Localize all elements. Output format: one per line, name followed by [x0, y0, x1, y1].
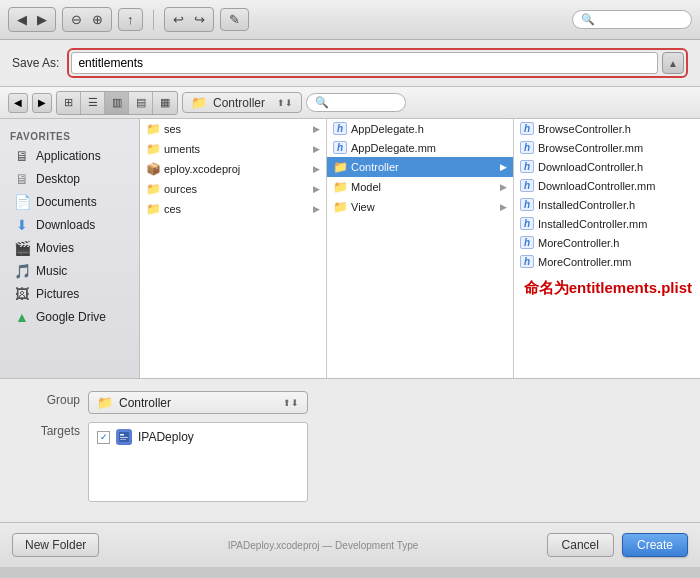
- file-panels: 📁 ses ▶ 📁 uments ▶ 📦 eploy.xcodeproj ▶ 📁…: [140, 119, 700, 378]
- list-item[interactable]: 📁 ources ▶: [140, 179, 326, 199]
- view-flow-button[interactable]: ▤: [129, 92, 153, 114]
- sidebar-label-music: Music: [36, 264, 67, 278]
- file-name: ces: [164, 203, 181, 215]
- file-name: BrowseController.h: [538, 123, 631, 135]
- view-column-button[interactable]: ▥: [105, 92, 129, 114]
- folder-icon: 📁: [146, 202, 160, 216]
- forward-button[interactable]: ▶: [33, 10, 51, 29]
- h-file-icon: h: [520, 122, 534, 135]
- location-search[interactable]: 🔍: [306, 93, 406, 112]
- sidebar-item-movies[interactable]: 🎬 Movies: [4, 237, 135, 259]
- view-icon-button[interactable]: ⊞: [57, 92, 81, 114]
- file-name: eploy.xcodeproj: [164, 163, 240, 175]
- folder-icon: 📁: [146, 122, 160, 136]
- h-file-icon: h: [520, 255, 534, 268]
- sidebar-label-documents: Documents: [36, 195, 97, 209]
- list-item[interactable]: h InstalledController.h: [514, 195, 700, 214]
- list-item[interactable]: h AppDelegate.mm: [327, 138, 513, 157]
- share-button[interactable]: ↑: [118, 8, 143, 31]
- list-item[interactable]: 📁 ces ▶: [140, 199, 326, 219]
- list-item[interactable]: 📁 View ▶: [327, 197, 513, 217]
- saveas-input[interactable]: [71, 52, 658, 74]
- footer-left: New Folder: [12, 533, 99, 557]
- toolbar: ◀ ▶ ⊖ ⊕ ↑ ↩ ↩ ✎ 🔍: [0, 0, 700, 40]
- create-button[interactable]: Create: [622, 533, 688, 557]
- zoom-out-button[interactable]: ⊖: [67, 10, 86, 29]
- list-item[interactable]: h BrowseController.mm: [514, 138, 700, 157]
- cancel-button[interactable]: Cancel: [547, 533, 614, 557]
- list-item[interactable]: 📁 ses ▶: [140, 119, 326, 139]
- footer: New Folder IPADeploy.xcodeproj — Develop…: [0, 523, 700, 567]
- sidebar-item-applications[interactable]: 🖥 Applications: [4, 145, 135, 167]
- undo-redo-group: ↩ ↩: [164, 7, 214, 32]
- location-bar: ◀ ▶ ⊞ ☰ ▥ ▤ ▦ 📁 Controller ⬆⬇ 🔍: [0, 87, 700, 119]
- list-item[interactable]: h AppDelegate.h: [327, 119, 513, 138]
- list-item[interactable]: 📦 eploy.xcodeproj ▶: [140, 159, 326, 179]
- folder-icon: 📁: [333, 180, 347, 194]
- file-name: BrowseController.mm: [538, 142, 643, 154]
- arrow-icon: ▶: [313, 124, 320, 134]
- location-search-icon: 🔍: [315, 96, 329, 109]
- location-forward-button[interactable]: ▶: [32, 93, 52, 113]
- saveas-toggle-button[interactable]: ▲: [662, 52, 684, 74]
- edit-button[interactable]: ✎: [220, 8, 249, 31]
- arrow-icon: ▶: [313, 184, 320, 194]
- sidebar-label-googledrive: Google Drive: [36, 310, 106, 324]
- zoom-in-button[interactable]: ⊕: [88, 10, 107, 29]
- location-back-button[interactable]: ◀: [8, 93, 28, 113]
- sidebar: FAVORITES 🖥 Applications 🖥 Desktop 📄 Doc…: [0, 119, 140, 378]
- file-name: AppDelegate.mm: [351, 142, 436, 154]
- targets-row: Targets ✓ IPADeploy: [20, 422, 680, 502]
- list-item[interactable]: h MoreController.mm: [514, 252, 700, 271]
- group-dropdown[interactable]: 📁 Controller ⬆⬇: [88, 391, 308, 414]
- downloads-icon: ⬇: [14, 217, 30, 233]
- sidebar-item-googledrive[interactable]: ▲ Google Drive: [4, 306, 135, 328]
- list-item-selected[interactable]: 📁 Controller ▶: [327, 157, 513, 177]
- view-list-button[interactable]: ☰: [81, 92, 105, 114]
- list-item[interactable]: h MoreController.h: [514, 233, 700, 252]
- saveas-wrapper: ▲: [67, 48, 688, 78]
- h-file-icon: h: [333, 141, 347, 154]
- list-item[interactable]: h InstalledController.mm: [514, 214, 700, 233]
- svg-rect-2: [120, 434, 124, 436]
- view-coverflow-button[interactable]: ▦: [153, 92, 177, 114]
- list-item[interactable]: 📁 uments ▶: [140, 139, 326, 159]
- nav-group: ◀ ▶: [8, 7, 56, 32]
- main-content: FAVORITES 🖥 Applications 🖥 Desktop 📄 Doc…: [0, 119, 700, 379]
- sidebar-item-pictures[interactable]: 🖼 Pictures: [4, 283, 135, 305]
- sidebar-item-music[interactable]: 🎵 Music: [4, 260, 135, 282]
- list-item[interactable]: h DownloadController.h: [514, 157, 700, 176]
- list-item[interactable]: h DownloadController.mm: [514, 176, 700, 195]
- group-dropdown-arrow: ⬆⬇: [283, 398, 299, 408]
- group-folder-icon: 📁: [97, 395, 113, 410]
- zoom-group: ⊖ ⊕: [62, 7, 112, 32]
- file-name: InstalledController.h: [538, 199, 635, 211]
- arrow-icon: ▶: [500, 162, 507, 172]
- desktop-icon: 🖥: [14, 171, 30, 187]
- list-item[interactable]: 📁 Model ▶: [327, 177, 513, 197]
- file-name: AppDelegate.h: [351, 123, 424, 135]
- saveas-label: Save As:: [12, 56, 59, 70]
- h-file-icon: h: [520, 236, 534, 249]
- applications-icon: 🖥: [14, 148, 30, 164]
- arrow-icon: ▶: [313, 204, 320, 214]
- sidebar-item-desktop[interactable]: 🖥 Desktop: [4, 168, 135, 190]
- new-folder-button[interactable]: New Folder: [12, 533, 99, 557]
- list-item[interactable]: h BrowseController.h: [514, 119, 700, 138]
- sidebar-item-documents[interactable]: 📄 Documents: [4, 191, 135, 213]
- redo-button[interactable]: ↩: [190, 10, 209, 29]
- sidebar-item-downloads[interactable]: ⬇ Downloads: [4, 214, 135, 236]
- location-dropdown[interactable]: 📁 Controller ⬆⬇: [182, 92, 302, 113]
- target-checkbox[interactable]: ✓: [97, 431, 110, 444]
- footer-right: Cancel Create: [547, 533, 688, 557]
- file-icon: 📦: [146, 162, 160, 176]
- toolbar-search[interactable]: 🔍: [572, 10, 692, 29]
- file-panel-2: h AppDelegate.h h AppDelegate.mm 📁 Contr…: [327, 119, 514, 378]
- music-icon: 🎵: [14, 263, 30, 279]
- targets-label: Targets: [20, 422, 80, 438]
- file-name: Model: [351, 181, 381, 193]
- back-button[interactable]: ◀: [13, 10, 31, 29]
- file-name: uments: [164, 143, 200, 155]
- target-item[interactable]: ✓ IPADeploy: [93, 427, 303, 447]
- undo-button[interactable]: ↩: [169, 10, 188, 29]
